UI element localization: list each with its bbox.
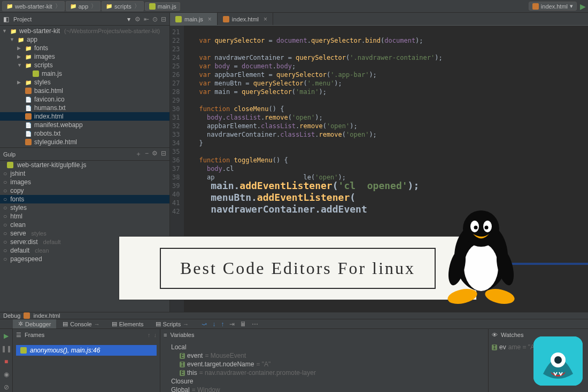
folder-icon — [17, 37, 25, 43]
breadcrumb-item[interactable]: web-starter-kit 〉 — [2, 1, 65, 11]
breadcrumb-label: main.js — [158, 3, 176, 10]
tree-label: index.html — [34, 113, 64, 120]
run-config-dropdown[interactable]: index.html ▾ — [529, 2, 577, 11]
more-icon[interactable]: ⋯ — [252, 320, 258, 328]
evaluate-icon[interactable]: 🖩 — [240, 320, 246, 328]
variable-name: Closure — [171, 378, 193, 385]
close-icon[interactable]: × — [264, 15, 267, 23]
editor-tab[interactable]: main.js × — [170, 13, 218, 25]
minus-icon[interactable]: − — [145, 150, 149, 159]
add-icon[interactable]: ＋ — [135, 150, 142, 159]
tree-row[interactable]: images — [0, 52, 169, 61]
frame-label: anonymous(), main.js:46 — [30, 347, 100, 354]
breadcrumb-item[interactable]: scripts 〉 — [102, 1, 144, 11]
tree-row[interactable]: styles — [0, 78, 169, 87]
gulp-task-row[interactable]: ○jshint — [0, 169, 169, 178]
step-into-icon[interactable]: ↓ — [212, 320, 215, 328]
tree-row[interactable]: main.js — [0, 69, 169, 78]
variable-row[interactable]: Global = Window — [164, 386, 485, 392]
gulp-task-row[interactable]: ○html — [0, 212, 169, 221]
var-badge-icon: I — [180, 362, 185, 367]
gear-icon[interactable]: ⚙ — [152, 150, 158, 159]
collapse-icon[interactable]: ⇤ — [144, 15, 149, 23]
frames-title: Frames — [25, 332, 44, 338]
tab-console[interactable]: ▤ Console → — [57, 319, 105, 328]
variable-value: = "A" — [256, 360, 270, 368]
prev-frame-icon[interactable]: ↑ — [148, 332, 151, 338]
step-over-icon[interactable]: ⤻ — [202, 320, 207, 328]
stop-button[interactable]: ■ — [4, 358, 8, 365]
breadcrumb-item[interactable]: main.js — [145, 2, 180, 11]
debug-side-toolbar: ▶ ❚❚ ■ ◉ ⊘ ⚙ — [0, 329, 13, 392]
tree-row[interactable]: robots.txt — [0, 129, 169, 138]
gulp-panel-header: Gulp ＋ − ⚙ ⊟ — [0, 148, 169, 161]
tree-row[interactable]: scripts — [0, 61, 169, 69]
breadcrumb-label: web-starter-kit — [15, 3, 52, 10]
chevron-down-icon[interactable]: ▾ — [127, 15, 130, 23]
gulp-task-row[interactable]: ○images — [0, 178, 169, 186]
tree-label: app — [27, 36, 37, 43]
tree-row[interactable]: styleguide.html — [0, 138, 169, 146]
project-tool-icon[interactable]: ◧ — [3, 15, 9, 23]
pause-button[interactable]: ❚❚ — [1, 345, 12, 352]
gulp-task-row[interactable]: ○fonts — [0, 195, 169, 203]
tab-debugger[interactable]: ✲ Debugger — [13, 319, 56, 328]
frames-icon: ☰ — [16, 332, 21, 339]
debug-file: index.html — [33, 312, 60, 319]
tree-row[interactable]: app — [0, 35, 169, 44]
folder-icon — [69, 3, 77, 9]
step-out-icon[interactable]: ↑ — [221, 320, 224, 328]
debug-tab-bar: ✲ Debugger ▤ Console → ▤ Elements ▤ Scri… — [0, 319, 588, 329]
breadcrumb-label: scripts — [114, 3, 131, 10]
variable-name: event — [187, 352, 203, 359]
tree-row[interactable]: fonts — [0, 44, 169, 52]
file-icon — [25, 97, 32, 103]
folder-icon — [6, 3, 13, 9]
bullet-icon: ○ — [3, 170, 7, 177]
run-to-cursor-icon[interactable]: ⇥ — [229, 320, 235, 328]
hide-icon[interactable]: ⊟ — [161, 15, 166, 23]
gulp-task-row[interactable]: ○styles — [0, 203, 169, 212]
tab-elements[interactable]: ▤ Elements — [106, 319, 149, 328]
tree-row[interactable]: basic.html — [0, 87, 169, 95]
variable-value: = MouseEvent — [205, 352, 246, 359]
bullet-icon: ○ — [3, 195, 7, 203]
scripts-icon: ▤ — [156, 320, 161, 327]
tree-row[interactable]: web-starter-kit(~/WebstormProjects/web-s… — [0, 27, 169, 35]
tree-row[interactable]: humans.txt — [0, 104, 169, 112]
variable-row[interactable]: Eevent = MouseEvent — [164, 351, 485, 360]
variables-title: Variables — [170, 332, 194, 338]
chevron-right-icon: 〉 — [91, 2, 97, 10]
gulp-task-row[interactable]: ○copy — [0, 186, 169, 195]
view-breakpoints-icon[interactable]: ◉ — [4, 371, 9, 378]
hide-icon[interactable]: ⊟ — [161, 150, 166, 159]
tree-row[interactable]: index.html — [0, 112, 169, 121]
gulp-task-label: jshint — [10, 170, 25, 177]
gulp-task-row[interactable]: ○clean — [0, 221, 169, 229]
variable-row[interactable]: Ievent.target.nodeName = "A" — [164, 360, 485, 369]
variable-row[interactable]: Closure — [164, 377, 485, 386]
next-frame-icon[interactable]: ↓ — [154, 332, 157, 338]
variable-row[interactable]: Ethis = nav.navdrawer-container.promote-… — [164, 369, 485, 377]
run-button[interactable]: ▶ — [580, 2, 586, 11]
gear-icon[interactable]: ⚙ — [135, 15, 141, 23]
mute-breakpoints-icon[interactable]: ⊘ — [4, 383, 9, 391]
tree-row[interactable]: favicon.ico — [0, 95, 169, 104]
tree-row[interactable]: manifest.webapp — [0, 121, 169, 129]
resume-button[interactable]: ▶ — [4, 332, 9, 340]
frame-row[interactable]: anonymous(), main.js:46 — [16, 345, 157, 356]
editor-tab[interactable]: index.html × — [218, 13, 273, 25]
gulp-task-label: html — [10, 213, 22, 220]
banner-overlay: Best Code Editors For linux — [119, 236, 477, 300]
breadcrumb-item[interactable]: app 〉 — [66, 1, 100, 11]
project-tree[interactable]: web-starter-kit(~/WebstormProjects/web-s… — [0, 26, 169, 147]
variable-row[interactable]: Local — [164, 343, 485, 351]
tab-scripts[interactable]: ▤ Scripts → — [150, 319, 195, 328]
locate-icon[interactable]: ⊙ — [152, 15, 158, 23]
tab-label: main.js — [184, 16, 203, 22]
close-icon[interactable]: × — [208, 15, 212, 23]
folder-icon — [25, 62, 32, 68]
gulp-file-row[interactable]: web-starter-kit/gulpfile.js — [0, 161, 169, 169]
debug-title-bar: Debug index.html — [0, 312, 588, 319]
var-badge-icon: E — [180, 370, 185, 376]
